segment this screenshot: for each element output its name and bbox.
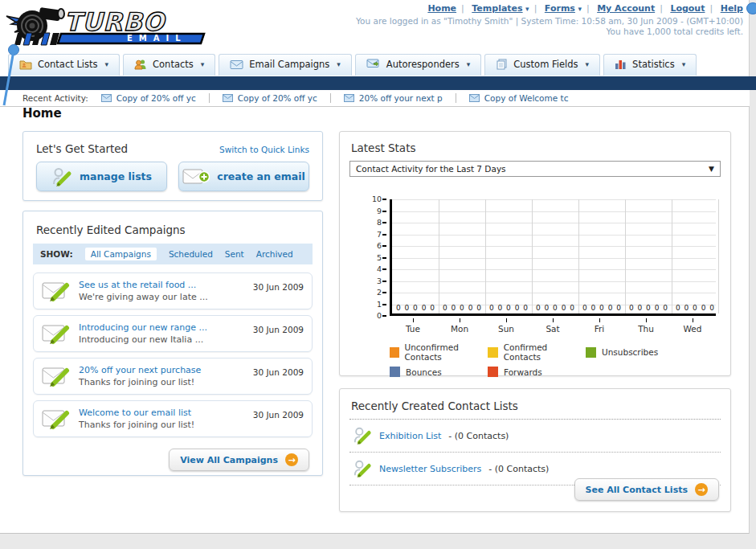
campaign-date: 30 Jun 2009 bbox=[253, 282, 304, 292]
turbo-email-dashboard: TURBO EMAIL Home| Templates ▾| Forms ▾| … bbox=[0, 0, 756, 549]
campaigns-title: Recently Edited Campaigns bbox=[23, 211, 322, 244]
campaign-date: 30 Jun 2009 bbox=[253, 367, 304, 377]
contact-list-item[interactable]: Exhibition List - (0 Contacts) bbox=[349, 420, 721, 453]
envelope-pencil-icon bbox=[42, 365, 71, 387]
envelope-pencil-icon bbox=[42, 280, 71, 302]
create-email-button[interactable]: create an email bbox=[178, 162, 309, 191]
view-all-campaigns-button[interactable]: View All Campaigns → bbox=[169, 449, 309, 471]
tab-label: Statistics bbox=[632, 59, 675, 70]
envelope-pencil-icon bbox=[42, 322, 71, 345]
latest-stats-panel: Latest Stats Contact Activity for the La… bbox=[339, 131, 731, 376]
envelope-plus-icon bbox=[182, 167, 210, 186]
legend-item: Confirmed Contacts bbox=[488, 342, 586, 362]
people-icon bbox=[134, 59, 147, 70]
chevron-down-icon: ▼ bbox=[709, 165, 714, 173]
header-link-forms[interactable]: Forms bbox=[545, 3, 575, 14]
chart-y-axis: 012345678910 bbox=[364, 199, 388, 317]
contact-lists-title: Recently Created Contact Lists bbox=[340, 389, 730, 419]
person-pencil-icon bbox=[51, 166, 72, 187]
annotation-dot-help bbox=[746, 2, 756, 14]
contact-list-link[interactable]: Newsletter Subscribers bbox=[379, 464, 481, 474]
tab-email-campaigns[interactable]: Email Campaigns▾ bbox=[219, 54, 352, 76]
envelope-icon bbox=[469, 94, 480, 102]
tab-label: Email Campaigns bbox=[249, 59, 329, 70]
recent-activity-label: Recent Activity: bbox=[22, 93, 88, 103]
recent-activity-bar: Recent Activity: Copy of 20% off yc Copy… bbox=[0, 90, 750, 107]
see-all-contact-lists-button[interactable]: See All Contact Lists → bbox=[574, 478, 719, 501]
filter-sent[interactable]: Sent bbox=[225, 249, 244, 259]
envelope-icon bbox=[230, 59, 243, 70]
person-pencil-icon bbox=[353, 458, 372, 479]
tab-custom-fields[interactable]: Custom Fields▾ bbox=[484, 54, 600, 76]
page-title: Home bbox=[22, 106, 62, 121]
chevron-down-icon: ▾ bbox=[201, 60, 205, 68]
tab-label: Custom Fields bbox=[513, 59, 578, 70]
header-link-logout[interactable]: Logout bbox=[670, 3, 705, 14]
legend-swatch bbox=[488, 367, 498, 377]
brand-line2: EMAIL bbox=[127, 34, 187, 43]
chevron-down-icon: ▾ bbox=[105, 60, 109, 68]
envelope-arrow-icon bbox=[366, 59, 381, 70]
campaign-row[interactable]: Introducing our new range ...Introducing… bbox=[33, 315, 313, 352]
nav-divider-bar bbox=[0, 76, 756, 90]
envelope-icon bbox=[344, 94, 354, 102]
header-link-my-account[interactable]: My Account bbox=[597, 3, 655, 14]
header-link-home[interactable]: Home bbox=[427, 3, 456, 14]
legend-swatch bbox=[390, 347, 399, 358]
bar-chart-icon bbox=[615, 59, 627, 70]
campaign-row[interactable]: 20% off your next purchaseThanks for joi… bbox=[33, 358, 313, 395]
stats-period-select[interactable]: Contact Activity for the Last 7 Days ▼ bbox=[349, 161, 721, 177]
envelope-icon bbox=[223, 94, 233, 102]
get-started-title: Let's Get Started bbox=[36, 142, 128, 155]
filter-all-campaigns[interactable]: All Campaigns bbox=[85, 248, 157, 260]
chart-plot: 00000000000000000000000000000000000 bbox=[390, 199, 716, 316]
recent-activity-item[interactable]: Copy of 20% off yc bbox=[223, 93, 317, 103]
chart-legend: Unconfirmed ContactsConfirmed ContactsUn… bbox=[390, 342, 658, 377]
chevron-down-icon: ▾ bbox=[525, 5, 529, 13]
chevron-down-icon: ▾ bbox=[467, 60, 471, 68]
person-pencil-icon bbox=[353, 425, 372, 446]
tab-contact-lists[interactable]: Contact Lists▾ bbox=[8, 54, 120, 76]
legend-item: Forwards bbox=[488, 367, 586, 377]
brand-line1: TURBO bbox=[64, 7, 166, 36]
tab-statistics[interactable]: Statistics▾ bbox=[603, 54, 697, 76]
campaign-date: 30 Jun 2009 bbox=[253, 325, 304, 334]
folder-icon bbox=[19, 59, 32, 70]
recent-activity-item[interactable]: 20% off your next p bbox=[344, 93, 443, 103]
envelope-pencil-icon bbox=[42, 408, 71, 430]
tab-label: Contact Lists bbox=[38, 59, 98, 70]
campaign-row[interactable]: Welcome to our email listThanks for join… bbox=[33, 400, 313, 437]
legend-swatch bbox=[390, 367, 400, 377]
filter-scheduled[interactable]: Scheduled bbox=[169, 249, 213, 259]
chart-x-axis: TueMonSunSatFriThuWed bbox=[390, 318, 716, 338]
envelope-icon bbox=[101, 94, 112, 102]
get-started-panel: Let's Get Started Switch to Quick Links … bbox=[22, 131, 323, 201]
recent-activity-item[interactable]: Copy of Welcome tc bbox=[469, 93, 569, 103]
campaign-row[interactable]: See us at the retail food ...We're givin… bbox=[33, 272, 313, 309]
header-link-templates[interactable]: Templates bbox=[472, 3, 522, 14]
campaign-list: See us at the retail food ...We're givin… bbox=[33, 272, 313, 437]
tab-autoresponders[interactable]: Autoresponders▾ bbox=[355, 54, 482, 76]
latest-stats-title: Latest Stats bbox=[340, 132, 730, 161]
campaigns-filter-bar: SHOW: All Campaigns Scheduled Sent Archi… bbox=[33, 244, 313, 264]
manage-lists-button[interactable]: manage lists bbox=[36, 162, 167, 191]
switch-quick-links[interactable]: Switch to Quick Links bbox=[219, 145, 309, 154]
chevron-down-icon: ▾ bbox=[586, 60, 590, 68]
legend-item: Unconfirmed Contacts bbox=[390, 342, 488, 362]
campaign-date: 30 Jun 2009 bbox=[253, 410, 304, 420]
show-label: SHOW: bbox=[40, 249, 73, 259]
main-nav: Contact Lists▾ Contacts▾ Email Campaigns… bbox=[8, 54, 697, 76]
header-link-help[interactable]: Help bbox=[721, 3, 743, 14]
arrow-right-icon: → bbox=[285, 453, 298, 466]
filter-archived[interactable]: Archived bbox=[256, 249, 293, 259]
recent-activity-item[interactable]: Copy of 20% off yc bbox=[101, 93, 196, 103]
login-info: You are logged in as "Timothy Smith" | S… bbox=[356, 16, 743, 26]
contact-list-link[interactable]: Exhibition List bbox=[379, 431, 441, 441]
header-links: Home| Templates ▾| Forms ▾| My Account| … bbox=[427, 3, 743, 14]
tab-label: Contacts bbox=[153, 59, 194, 70]
contact-activity-chart: 012345678910 000000000000000000000000000… bbox=[349, 199, 727, 344]
chevron-down-icon: ▾ bbox=[578, 5, 582, 13]
arrow-right-icon: → bbox=[695, 483, 708, 496]
tab-contacts[interactable]: Contacts▾ bbox=[123, 54, 215, 76]
legend-item: Bounces bbox=[390, 367, 488, 377]
